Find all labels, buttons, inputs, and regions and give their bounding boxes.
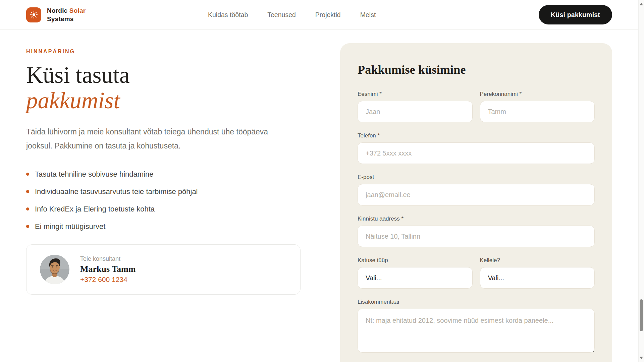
phone-group: Telefon * [358,132,595,164]
consultant-info: Teie konsultant Markus Tamm +372 600 123… [80,255,136,284]
brand-line1-dark: Nordic [47,7,67,14]
benefit-label: Ei mingit müügisurvet [35,222,105,231]
email-label: E-post [358,174,595,181]
for-whom-group: Kellele? Vali... [480,257,595,289]
main-nav: Kuidas töötab Teenused Projektid Meist [208,11,443,19]
consultant-role-label: Teie konsultant [80,255,136,262]
benefits-list: Tasuta tehniline sobivuse hindamine Indi… [26,170,301,231]
roof-type-label: Katuse tüüp [358,257,473,264]
address-label: Kinnistu aadress * [358,216,595,222]
consultant-card: Teie konsultant Markus Tamm +372 600 123… [26,244,301,295]
eyebrow-label: HINNAPÄRING [26,49,301,55]
for-whom-label: Kellele? [480,257,595,264]
page-title-line1: Küsi tasuta [26,62,130,88]
form-title: Pakkumise küsimine [358,63,595,77]
address-field[interactable] [358,226,595,247]
brand-line1-accent: Solar [69,7,86,14]
list-item: Info KredEx ja Elering toetuste kohta [26,205,301,214]
last-name-group: Perekonnanimi * [480,91,595,122]
brand-line2: Systems [47,15,74,22]
list-item: Ei mingit müügisurvet [26,222,301,231]
page-title-line2: pakkumist [26,88,120,113]
list-item: Individuaalne tasuvusarvutus teie tarbim… [26,187,301,196]
page-title: Küsi tasuta pakkumist [26,63,301,114]
first-name-label: Eesnimi * [358,91,473,98]
scrollbar-thumb[interactable] [640,299,643,331]
for-whom-select[interactable]: Vali... [480,267,595,289]
intro-paragraph: Täida lühivorm ja meie konsultant võtab … [26,125,281,153]
email-group: E-post [358,174,595,205]
logo[interactable]: Nordic Solar Systems [26,6,86,23]
bullet-dot-icon [26,173,29,176]
comment-label: Lisakommentaar [358,299,595,305]
address-group: Kinnistu aadress * [358,216,595,247]
consultant-name: Markus Tamm [80,264,136,274]
consultant-phone-link[interactable]: +372 600 1234 [80,276,136,284]
comment-group: Lisakommentaar [358,299,595,354]
last-name-label: Perekonnanimi * [480,91,595,98]
brand-name: Nordic Solar Systems [47,6,86,23]
benefit-label: Tasuta tehniline sobivuse hindamine [35,170,153,179]
nav-item-kuidas-tootab[interactable]: Kuidas töötab [208,11,248,19]
scroll-up-arrow-icon[interactable] [640,3,643,5]
first-name-group: Eesnimi * [358,91,473,122]
nav-item-teenused[interactable]: Teenused [267,11,296,19]
phone-field[interactable] [358,142,595,164]
bullet-dot-icon [26,225,29,228]
bullet-dot-icon [26,207,29,210]
roof-type-select[interactable]: Vali... [358,267,473,289]
scroll-down-arrow-icon[interactable] [640,357,643,359]
consultant-avatar [40,255,69,284]
bullet-dot-icon [26,190,29,193]
first-name-field[interactable] [358,101,473,122]
request-quote-button[interactable]: Küsi pakkumist [539,5,612,24]
roof-type-group: Katuse tüüp Vali... [358,257,473,289]
main-content: HINNAPÄRING Küsi tasuta pakkumist Täida … [0,30,644,362]
comment-field[interactable] [358,309,595,353]
phone-label: Telefon * [358,132,595,139]
last-name-field[interactable] [480,101,595,122]
hero-section: HINNAPÄRING Küsi tasuta pakkumist Täida … [26,30,301,362]
email-field[interactable] [358,184,595,205]
nav-item-projektid[interactable]: Projektid [315,11,341,19]
sun-icon [26,7,41,22]
vertical-scrollbar[interactable] [638,0,644,362]
quote-form-panel: Pakkumise küsimine Eesnimi * Perekonnani… [340,43,612,362]
nav-item-meist[interactable]: Meist [360,11,376,19]
benefit-label: Individuaalne tasuvusarvutus teie tarbim… [35,187,198,196]
site-header: Nordic Solar Systems Kuidas töötab Teenu… [0,0,644,30]
list-item: Tasuta tehniline sobivuse hindamine [26,170,301,179]
benefit-label: Info KredEx ja Elering toetuste kohta [35,205,155,214]
